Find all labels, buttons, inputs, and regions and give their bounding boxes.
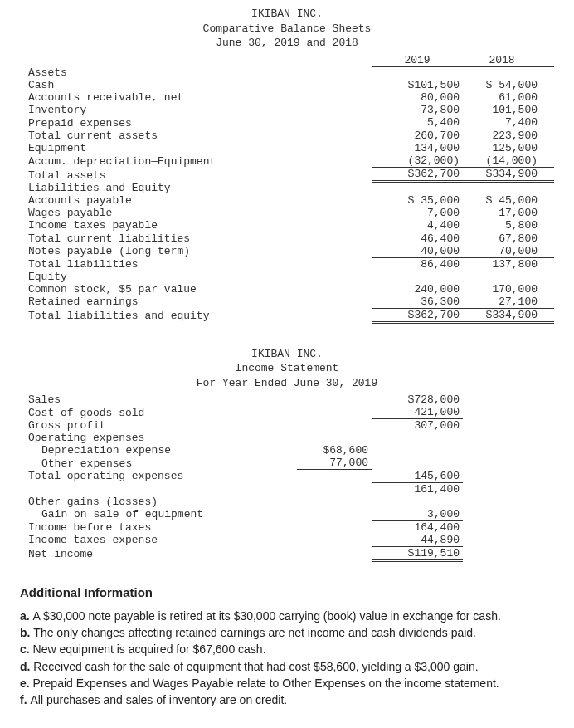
- is-company: IKIBAN INC.: [20, 347, 554, 362]
- row-label: Depreciation expense: [20, 444, 297, 457]
- row-label: Other gains (losses): [20, 496, 297, 508]
- income-statement-table: Sales$728,000Cost of goods sold421,000Gr…: [20, 393, 554, 562]
- additional-info-item: c. New equipment is acquired for $67,600…: [20, 641, 554, 657]
- row-value-2019: 240,000: [372, 283, 463, 296]
- is-header: IKIBAN INC. Income Statement For Year En…: [20, 347, 554, 391]
- cell: [20, 54, 372, 67]
- bs-date: June 30, 2019 and 2018: [20, 36, 554, 51]
- cell: [463, 66, 554, 79]
- row-amount: 164,400: [372, 520, 463, 534]
- spacer: [463, 393, 554, 406]
- row-value-2018: $334,900: [463, 168, 554, 182]
- row-amount: 161,400: [372, 482, 463, 496]
- row-value-2019: 36,300: [372, 296, 463, 309]
- spacer: [463, 470, 554, 483]
- item-text: All purchases and sales of inventory are…: [30, 693, 287, 706]
- additional-info-item: b. The only changes affecting retained e…: [20, 624, 554, 641]
- row-label: Gross profit: [20, 419, 297, 432]
- row-amount: [372, 457, 463, 470]
- row-label: Income before taxes: [20, 520, 297, 534]
- row-value-2018: 101,500: [463, 104, 554, 116]
- is-title: Income Statement: [20, 361, 554, 376]
- row-amount: [372, 432, 463, 444]
- row-value-2019: $362,700: [372, 168, 463, 182]
- additional-info-item: a. A $30,000 note payable is retired at …: [20, 608, 554, 624]
- row-value-2018: 61,000: [463, 91, 554, 104]
- item-tag: e.: [20, 677, 33, 690]
- row-sub-amount: [297, 520, 372, 534]
- section-label: Assets: [20, 66, 372, 79]
- cell: [372, 271, 463, 283]
- row-label: Operating expenses: [20, 432, 297, 444]
- item-text: Received cash for the sale of equipment …: [33, 660, 478, 673]
- bs-title: Comparative Balance Sheets: [20, 22, 554, 37]
- item-text: A $30,000 note payable is retired at its…: [33, 609, 501, 623]
- row-label: Inventory: [20, 104, 372, 116]
- row-value-2019: 80,000: [372, 91, 463, 104]
- row-label: Retained earnings: [20, 296, 372, 309]
- row-value-2018: 70,000: [463, 245, 554, 258]
- spacer: [463, 457, 554, 470]
- row-value-2019: 40,000: [372, 245, 463, 258]
- row-label: [20, 482, 297, 496]
- row-value-2019: $362,700: [372, 308, 463, 322]
- row-amount: [372, 444, 463, 457]
- row-label: Total liabilities: [20, 257, 372, 271]
- row-value-2018: $334,900: [463, 308, 554, 322]
- row-label: Total assets: [20, 168, 372, 182]
- spacer: [463, 482, 554, 496]
- spacer: [463, 444, 554, 457]
- cell: [463, 182, 554, 194]
- row-sub-amount: [297, 496, 372, 508]
- row-label: Total liabilities and equity: [20, 308, 372, 322]
- spacer: [463, 406, 554, 419]
- row-amount: 44,890: [372, 534, 463, 547]
- is-date: For Year Ended June 30, 2019: [20, 376, 554, 391]
- row-label: Accounts receivable, net: [20, 91, 372, 104]
- row-label: Wages payable: [20, 207, 372, 219]
- item-tag: b.: [20, 626, 33, 639]
- bs-company: IKIBAN INC.: [20, 7, 554, 22]
- row-sub-amount: [297, 534, 372, 547]
- cell: [372, 66, 463, 79]
- row-label: Accounts payable: [20, 194, 372, 207]
- spacer: [463, 496, 554, 508]
- row-label: Other expenses: [20, 457, 297, 470]
- row-value-2018: (14,000): [463, 154, 554, 168]
- row-value-2018: 170,000: [463, 283, 554, 296]
- row-sub-amount: [297, 482, 372, 496]
- row-value-2019: 73,800: [372, 104, 463, 116]
- row-label: Cash: [20, 79, 372, 91]
- row-sub-amount: [297, 406, 372, 419]
- row-value-2019: $101,500: [372, 79, 463, 91]
- row-value-2018: 5,800: [463, 219, 554, 232]
- section-label: Equity: [20, 271, 372, 283]
- item-tag: a.: [20, 609, 33, 623]
- spacer: [463, 546, 554, 560]
- item-text: Prepaid Expenses and Wages Payable relat…: [33, 677, 499, 690]
- cell: [372, 182, 463, 194]
- col-header-2019: 2019: [372, 54, 463, 67]
- row-value-2019: 86,400: [372, 257, 463, 271]
- balance-sheet: IKIBAN INC. Comparative Balance Sheets J…: [20, 7, 554, 324]
- row-label: Prepaid expenses: [20, 116, 372, 129]
- row-value-2019: 7,000: [372, 207, 463, 219]
- item-tag: c.: [20, 642, 33, 656]
- spacer: [463, 534, 554, 547]
- spacer: [463, 432, 554, 444]
- balance-sheet-header: IKIBAN INC. Comparative Balance Sheets J…: [20, 7, 554, 51]
- section-label: Liabilities and Equity: [20, 182, 372, 194]
- row-label: Accum. depreciation—Equipment: [20, 154, 372, 168]
- row-value-2018: 223,900: [463, 129, 554, 143]
- row-label: Sales: [20, 393, 297, 406]
- item-text: The only changes affecting retained earn…: [33, 626, 476, 639]
- row-amount: $728,000: [372, 393, 463, 406]
- row-value-2018: 7,400: [463, 116, 554, 129]
- item-tag: d.: [20, 660, 33, 673]
- row-amount: 421,000: [372, 406, 463, 419]
- row-sub-amount: 77,000: [297, 457, 372, 470]
- item-tag: f.: [20, 693, 30, 706]
- row-label: Total current liabilities: [20, 232, 372, 245]
- row-label: Total current assets: [20, 129, 372, 143]
- row-value-2019: 260,700: [372, 129, 463, 143]
